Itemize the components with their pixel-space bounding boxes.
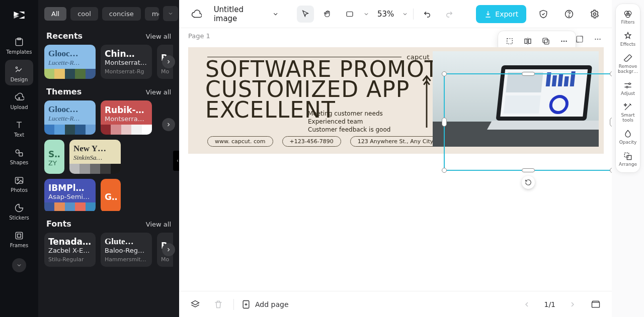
shield-button[interactable] bbox=[535, 6, 552, 23]
themes-card[interactable]: IBMPl…Asap-SemiB… bbox=[44, 179, 96, 211]
nav-design[interactable]: Design bbox=[5, 60, 33, 85]
chevron-right-icon bbox=[166, 247, 172, 253]
svg-point-3 bbox=[16, 150, 19, 153]
rail-effects[interactable]: Effects bbox=[616, 31, 640, 47]
fonts-card[interactable]: Glute…Baloo-Reg… HammersmithOn… bbox=[101, 233, 152, 267]
arrow-up-graphic[interactable] bbox=[421, 71, 433, 129]
chip-cool[interactable]: cool bbox=[70, 7, 98, 21]
nav-shapes[interactable]: Shapes bbox=[5, 143, 33, 168]
nav-label: Frames bbox=[10, 243, 28, 248]
card-title: Glooc… bbox=[48, 49, 92, 59]
carousel-next-button[interactable] bbox=[162, 55, 175, 68]
contact-pill[interactable]: 123 Anywhere St., Any City bbox=[350, 136, 441, 147]
file-title-dropdown[interactable]: Untitled image bbox=[214, 5, 279, 23]
crop-button[interactable] bbox=[502, 34, 517, 49]
undo-icon bbox=[423, 10, 432, 19]
hand-tool-button[interactable] bbox=[319, 6, 336, 23]
app-logo[interactable] bbox=[5, 5, 33, 25]
rail-filters[interactable]: Filters bbox=[616, 9, 640, 25]
rotate-icon bbox=[525, 179, 532, 186]
magic-icon bbox=[623, 102, 633, 112]
banner-artboard[interactable]: capcut SOFTWARE PROMOTION CUSTOMIZED APP… bbox=[188, 47, 604, 154]
svg-rect-45 bbox=[624, 153, 628, 157]
cloud-sync-button[interactable] bbox=[188, 6, 205, 23]
flip-icon bbox=[523, 37, 532, 46]
rail-remove-bg[interactable]: Remove backgr… bbox=[616, 53, 640, 74]
rail-adjust[interactable]: Adjust bbox=[616, 80, 640, 96]
themes-card[interactable]: Rubik-…Montserra… bbox=[101, 100, 152, 135]
recents-card[interactable]: Glooc… Lucette-R… bbox=[44, 45, 96, 79]
view-all-link[interactable]: View all bbox=[146, 33, 171, 40]
rail-label: Opacity bbox=[619, 140, 637, 145]
duplicate-button[interactable] bbox=[538, 34, 553, 49]
themes-card[interactable]: Gra… bbox=[101, 179, 121, 211]
zoom-dropdown[interactable]: 53% bbox=[374, 10, 408, 19]
themes-card[interactable]: New Y…SinkinSa… bbox=[69, 140, 121, 174]
cloud-icon bbox=[191, 9, 202, 20]
card-sub: Baloo-Reg… bbox=[105, 247, 148, 254]
layers-button[interactable] bbox=[187, 296, 203, 312]
resize-handle-left[interactable] bbox=[442, 118, 447, 127]
themes-card[interactable]: Glooc…Lucette-R… bbox=[44, 100, 96, 135]
resize-handle-tr[interactable] bbox=[610, 71, 612, 76]
present-button[interactable] bbox=[588, 296, 604, 312]
help-button[interactable] bbox=[561, 6, 578, 23]
divider bbox=[233, 299, 234, 310]
card-title: Glooc… bbox=[48, 104, 92, 115]
resize-handle-tl[interactable] bbox=[442, 71, 447, 76]
flip-button[interactable] bbox=[520, 34, 535, 49]
chip-more[interactable] bbox=[163, 6, 178, 21]
page-more-button[interactable] bbox=[591, 32, 605, 46]
resize-handle-bl[interactable] bbox=[442, 168, 447, 173]
selection-box[interactable] bbox=[444, 73, 612, 171]
chip-concise[interactable]: concise bbox=[102, 7, 141, 21]
context-more-button[interactable] bbox=[556, 34, 572, 49]
resize-handle-top[interactable] bbox=[522, 72, 535, 76]
nav-upload[interactable]: Upload bbox=[5, 87, 33, 113]
nav-templates[interactable]: Templates bbox=[5, 32, 33, 58]
contact-pill[interactable]: +123-456-7890 bbox=[282, 136, 341, 147]
resize-handle-bottom[interactable] bbox=[522, 168, 535, 172]
resize-handle-br[interactable] bbox=[610, 168, 612, 173]
rail-smart-tools[interactable]: Smart tools bbox=[616, 102, 640, 123]
rotate-handle[interactable] bbox=[522, 176, 535, 189]
bullet-list[interactable]: Meeting customer needs Experienced team … bbox=[308, 110, 390, 134]
fonts-card[interactable]: Tenada-…Zacbel X-E… Stilu-Regular bbox=[44, 233, 96, 267]
chip-all[interactable]: All bbox=[44, 7, 66, 21]
recents-card[interactable]: Chin… Montserrat-… Montserrat-Rg bbox=[101, 45, 152, 79]
rail-opacity[interactable]: Opacity bbox=[616, 129, 640, 145]
chevron-down-icon bbox=[363, 11, 369, 17]
undo-button[interactable] bbox=[419, 6, 436, 23]
svg-rect-20 bbox=[544, 40, 549, 44]
chevron-right-icon bbox=[166, 59, 172, 65]
view-all-link[interactable]: View all bbox=[146, 88, 171, 96]
select-tool-button[interactable] bbox=[297, 6, 314, 23]
card-meta: HammersmithOn… bbox=[101, 256, 152, 267]
file-title: Untitled image bbox=[214, 5, 267, 23]
svg-rect-8 bbox=[18, 234, 21, 238]
nav-text[interactable]: Text bbox=[5, 115, 33, 141]
nav-photos[interactable]: Photos bbox=[5, 170, 33, 196]
export-button[interactable]: Export bbox=[476, 5, 526, 23]
nav-stickers[interactable]: Stickers bbox=[5, 198, 33, 224]
nav-frames[interactable]: Frames bbox=[5, 226, 33, 251]
resize-canvas-dropdown[interactable] bbox=[341, 6, 369, 23]
export-label: Export bbox=[495, 10, 518, 18]
settings-button[interactable] bbox=[586, 6, 603, 23]
view-all-link[interactable]: View all bbox=[146, 221, 171, 228]
carousel-next-button[interactable] bbox=[162, 243, 175, 256]
panel-collapse-button[interactable] bbox=[173, 151, 179, 171]
main-area: Untitled image 53% Export bbox=[179, 0, 612, 317]
themes-card[interactable]: Sp…ZY bbox=[44, 140, 64, 174]
rail-arrange[interactable]: Arrange bbox=[616, 151, 640, 167]
canvas[interactable]: Page 1 capcut SOFTWARE PROMOTION CUSTOMI… bbox=[179, 28, 612, 291]
carousel-next-button[interactable] bbox=[162, 118, 175, 131]
nav-label: Design bbox=[11, 77, 28, 82]
chip-modern[interactable]: modern bbox=[145, 7, 159, 21]
contact-pill[interactable]: www. capcut. com bbox=[207, 136, 273, 147]
resize-handle-right[interactable] bbox=[610, 118, 612, 127]
frames-icon bbox=[14, 231, 24, 241]
add-page-button[interactable]: Add page bbox=[241, 299, 289, 309]
card-title: Gra… bbox=[105, 192, 117, 202]
nav-more[interactable] bbox=[12, 258, 26, 272]
